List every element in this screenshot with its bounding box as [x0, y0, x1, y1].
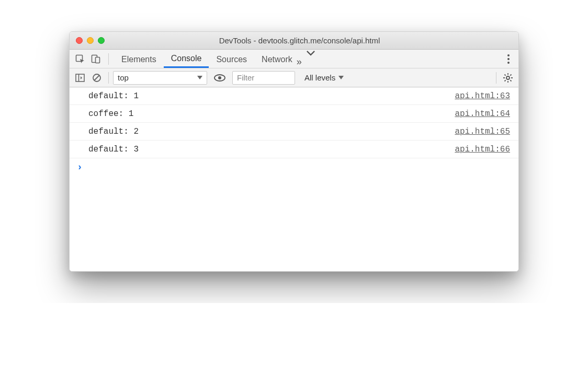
tab-network[interactable]: Network [254, 51, 300, 68]
log-source-link[interactable]: api.html:64 [455, 109, 510, 119]
separator [496, 72, 496, 84]
log-source-link[interactable]: api.html:63 [455, 91, 510, 101]
log-level-label: All levels [304, 73, 335, 82]
log-row: default: 3api.html:66 [70, 141, 518, 158]
log-message: default: 2 [88, 127, 139, 136]
svg-line-17 [505, 74, 506, 75]
context-label: top [118, 73, 129, 82]
log-source-link[interactable]: api.html:66 [455, 145, 510, 154]
svg-point-12 [506, 76, 510, 79]
separator [108, 72, 109, 84]
svg-point-5 [507, 62, 510, 64]
svg-point-11 [218, 76, 221, 79]
separator [108, 53, 109, 65]
execution-context-select[interactable]: top [113, 71, 207, 85]
console-input[interactable] [88, 161, 511, 173]
tab-console[interactable]: Console [164, 51, 209, 68]
titlebar: DevTools - devtools.glitch.me/console/ap… [70, 32, 518, 50]
log-row: default: 2api.html:65 [70, 123, 518, 141]
devtools-tabs: ElementsConsoleSourcesNetwork » [70, 50, 518, 68]
log-level-select[interactable]: All levels [301, 71, 347, 85]
console-toolbar: top All levels [70, 68, 518, 87]
svg-point-4 [507, 58, 510, 60]
tab-label: Console [171, 54, 202, 63]
tab-label: Sources [216, 55, 247, 64]
log-message: default: 1 [88, 91, 139, 101]
console-settings-icon[interactable] [501, 71, 515, 85]
tab-label: Network [262, 55, 292, 64]
devtools-menu-button[interactable] [502, 54, 515, 64]
log-row: coffee: 1api.html:64 [70, 105, 518, 123]
log-message: coffee: 1 [88, 109, 133, 119]
more-tabs-button[interactable]: » [301, 50, 321, 67]
tab-sources[interactable]: Sources [209, 51, 254, 68]
console-prompt[interactable]: › [70, 158, 518, 176]
console-sidebar-toggle-icon[interactable] [73, 71, 87, 85]
svg-line-9 [95, 75, 99, 80]
log-source-link[interactable]: api.html:65 [455, 127, 510, 136]
chevron-down-icon [338, 76, 344, 79]
clear-console-icon[interactable] [89, 71, 104, 85]
svg-line-18 [510, 80, 511, 81]
tab-label: Elements [121, 55, 156, 64]
svg-rect-2 [96, 57, 100, 63]
tab-elements[interactable]: Elements [114, 51, 164, 68]
log-row: default: 1api.html:63 [70, 87, 518, 105]
device-toolbar-icon[interactable] [88, 52, 103, 66]
prompt-caret-icon: › [77, 162, 83, 172]
live-expression-icon[interactable] [212, 71, 227, 85]
log-message: default: 3 [88, 145, 139, 154]
svg-point-3 [507, 54, 510, 56]
filter-input[interactable] [232, 71, 295, 85]
devtools-window: DevTools - devtools.glitch.me/console/ap… [69, 31, 519, 272]
chevron-down-icon [197, 76, 202, 79]
svg-line-19 [505, 80, 506, 81]
svg-rect-6 [76, 74, 84, 82]
console-log-area: default: 1api.html:63coffee: 1api.html:6… [70, 87, 518, 271]
inspect-element-icon[interactable] [73, 52, 87, 66]
svg-line-20 [510, 74, 511, 75]
window-title: DevTools - devtools.glitch.me/console/ap… [87, 36, 512, 45]
close-window-button[interactable] [76, 37, 83, 44]
